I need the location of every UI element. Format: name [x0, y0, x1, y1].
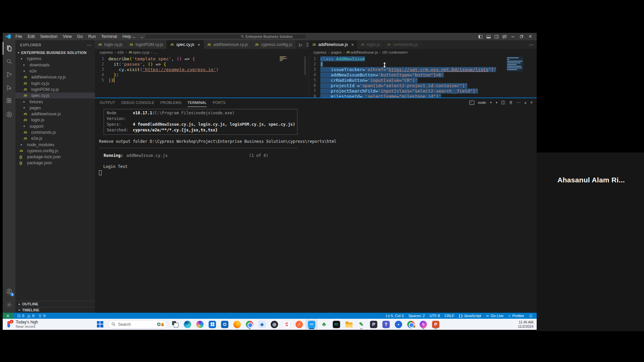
tree-file-login-js[interactable]: JSlogin.js [15, 117, 95, 123]
tree-file-spec-cy-js[interactable]: JSspec.cy.js [15, 93, 95, 99]
code-line[interactable]: 2{ [309, 61, 537, 67]
tree-file-package-lock-json[interactable]: {}package-lock.json [15, 154, 95, 160]
run-button[interactable]: ▷ [299, 42, 303, 47]
tab-loginpom-cy-js[interactable]: JSloginPOM.cy.js [126, 40, 167, 49]
teams-icon[interactable]: T [380, 319, 392, 329]
start-button[interactable] [94, 319, 106, 329]
menu-edit[interactable]: Edit [25, 33, 38, 40]
breadcrumb-item[interactable]: pages [331, 50, 341, 54]
go-live[interactable]: Go Live [484, 314, 505, 318]
explorer-icon[interactable] [3, 42, 15, 55]
breadcrumb-item[interactable]: addNewIssue.js [351, 50, 378, 54]
nav-forward-icon[interactable]: → [140, 34, 144, 39]
tree-folder-cypress[interactable]: ▾cypress [15, 56, 95, 62]
code-line[interactable]: 2 it('passes', () => { [95, 61, 309, 67]
tree-file-cypress-config-js[interactable]: JScypress.config.js [15, 148, 95, 154]
restore-button[interactable] [517, 33, 526, 40]
vscode-icon[interactable]: </> [306, 319, 318, 329]
code-line[interactable]: 1class AddNewIssue [309, 56, 537, 61]
chrome-icon[interactable] [244, 319, 256, 329]
breadcrumb-item[interactable]: cypress [313, 50, 327, 54]
panel-tab-terminal[interactable]: TERMINAL [187, 98, 207, 107]
eol-sequence[interactable]: CRLF [443, 314, 456, 318]
tree-file-loginpom-cy-js[interactable]: JSloginPOM.cy.js [15, 86, 95, 93]
chrome-2-icon[interactable] [405, 319, 417, 329]
maximize-panel-icon[interactable]: ∧ [524, 101, 527, 105]
menu-selection[interactable]: Selection [38, 33, 60, 40]
search-icon[interactable] [3, 55, 15, 68]
cursor-position[interactable]: Ln 5, Col 3 [384, 314, 405, 318]
code-line[interactable]: 6 projectId ='span[id="select2-project_i… [309, 83, 537, 88]
tree-folder-fixtures[interactable]: ▸fixtures [15, 99, 95, 105]
tab-addnewissue-cy-js[interactable]: JSaddNewIssue.cy.js [204, 40, 252, 49]
minimap[interactable] [506, 57, 523, 71]
pycharm-icon[interactable]: PC [330, 319, 342, 329]
encoding[interactable]: UTF-8 [428, 314, 441, 318]
code-line[interactable]: 7 projectSearchFild='input[class="select… [309, 88, 537, 94]
maps-pin-app-icon[interactable]: ● [392, 319, 405, 329]
postman-icon[interactable]: ∕ [293, 319, 305, 329]
code-line[interactable]: 8 milestoneId= 'select[name="milestone_i… [309, 94, 537, 98]
p-app-icon[interactable]: P [368, 319, 380, 329]
green-leaf-app-icon[interactable]: ♣ [318, 319, 330, 329]
panel-tab-problems[interactable]: PROBLEMS [160, 98, 181, 107]
split-terminal-icon[interactable] [501, 101, 505, 105]
powerpoint-icon[interactable]: P [430, 319, 442, 329]
close-icon[interactable]: × [198, 42, 200, 47]
file-explorer-icon[interactable] [343, 319, 355, 329]
remote-indicator[interactable] [3, 313, 13, 319]
code-line[interactable]: 5}) [95, 77, 309, 83]
outline-section[interactable]: ▸ OUTLINE [15, 301, 95, 307]
notifications[interactable] [528, 314, 534, 318]
breadcrumb-item[interactable]: <unknown> [388, 50, 408, 54]
tab-addnewissue-js[interactable]: JSaddNewIssue.js× [309, 40, 358, 49]
outlook-icon[interactable]: O [219, 319, 231, 329]
nav-back-icon[interactable]: ← [132, 34, 136, 39]
task-view-icon[interactable] [169, 319, 181, 329]
widgets-weather-button[interactable]: 1 Today's high Near record [6, 320, 38, 328]
tab-commands-js[interactable]: JScommands.js [384, 40, 422, 49]
edge-icon[interactable] [181, 319, 194, 329]
menu-run[interactable]: Run [86, 33, 99, 40]
close-icon[interactable]: × [351, 42, 354, 47]
breadcrumb-item[interactable]: … [154, 50, 158, 54]
obs-studio-icon[interactable]: ◎ [268, 319, 280, 329]
code-line[interactable]: 3 cy.visit('https://example.cypress.io') [95, 67, 309, 72]
customize-layout-icon[interactable] [500, 33, 508, 40]
source-control-icon[interactable] [3, 68, 15, 81]
tree-folder-node-modules[interactable]: ▸node_modules [15, 141, 95, 147]
live-share-icon[interactable] [3, 108, 15, 121]
minimize-button[interactable]: – [508, 33, 517, 40]
copilot-icon[interactable] [194, 319, 206, 329]
prettier[interactable]: ✓Prettier [507, 314, 526, 318]
new-terminal-icon[interactable]: + [490, 100, 492, 105]
code-line[interactable]: 4 addNewIssueButton='button[type="button… [309, 72, 537, 77]
scrollbar[interactable] [304, 56, 306, 75]
httpie-icon[interactable]: HT TP [281, 319, 293, 329]
editor-spec-cy-js[interactable]: 1describe('template spec', () => {2 it('… [95, 55, 309, 98]
panel-tab-ports[interactable]: PORTS [213, 98, 226, 107]
explorer-more-actions-icon[interactable]: ⋯ [87, 43, 92, 48]
breadcrumb-item[interactable]: e2e [117, 50, 124, 54]
tab-login-cy-js[interactable]: JSlogin.cy.js [95, 40, 126, 49]
terminal-output[interactable]: Node Version:v18.17.1 (C:\Program Files\… [95, 107, 537, 175]
kill-terminal-icon[interactable] [509, 101, 513, 105]
panel-tab-output[interactable]: OUTPUT [100, 98, 115, 107]
menu-terminal[interactable]: Terminal [99, 33, 120, 40]
tree-file-e2e-js[interactable]: JSe2e.js [15, 135, 95, 141]
extensions-icon[interactable] [3, 94, 15, 107]
tree-folder-pages[interactable]: ▾pages [15, 105, 95, 111]
tree-file-package-json[interactable]: {}package.json [15, 160, 95, 166]
toggle-panel-icon[interactable] [484, 33, 492, 40]
tree-folder-support[interactable]: ▾support [15, 123, 95, 129]
tree-file-addnewissue-cy-js[interactable]: JSaddNewIssue.cy.js [15, 74, 95, 80]
code-line[interactable]: 4 }) [95, 72, 309, 77]
settings-gear-icon[interactable] [3, 298, 15, 311]
tree-folder-downloads[interactable]: ▸downloads [15, 62, 95, 68]
panel-tab-debug-console[interactable]: DEBUG CONSOLE [121, 98, 154, 107]
tree-folder-e2e[interactable]: ▾e2e [15, 68, 95, 74]
close-panel-icon[interactable]: × [530, 100, 533, 105]
firefox-icon[interactable] [231, 319, 243, 329]
tab-login-js[interactable]: JSlogin.js [358, 40, 384, 49]
terminal-dropdown-icon[interactable]: ▾ [496, 101, 497, 104]
